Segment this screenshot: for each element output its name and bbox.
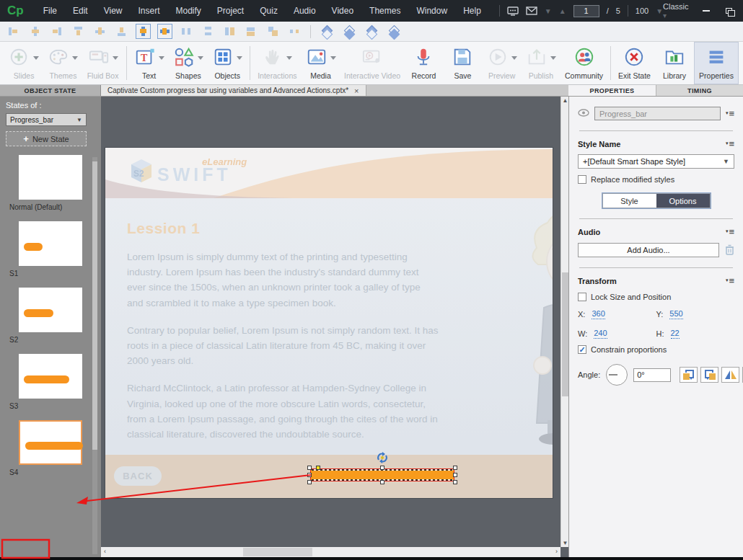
options-tab[interactable]: Options xyxy=(656,194,710,208)
distribute-horizontally-icon[interactable] xyxy=(180,25,193,37)
new-state-button[interactable]: + New State xyxy=(6,131,87,146)
object-select-dropdown[interactable]: Progress_bar ▼ xyxy=(6,113,87,126)
align-same-height-icon[interactable] xyxy=(224,25,236,37)
angle-input[interactable] xyxy=(633,368,671,382)
menu-file[interactable]: File xyxy=(35,6,65,16)
exit-state-button[interactable]: Exit State xyxy=(614,42,655,84)
mail-icon[interactable] xyxy=(526,6,537,15)
resize-handle[interactable] xyxy=(380,480,384,484)
center-horizontally-on-slide-icon[interactable] xyxy=(137,25,149,37)
bring-forward-icon[interactable] xyxy=(320,25,333,38)
state-item-normal-default-[interactable]: Normal (Default) xyxy=(6,155,95,211)
align-left-icon[interactable] xyxy=(7,25,19,37)
shapes-button[interactable]: Shapes xyxy=(169,42,208,84)
scrollbar-thumb[interactable] xyxy=(562,272,568,396)
menu-insert[interactable]: Insert xyxy=(131,6,168,16)
tab-timing[interactable]: TIMING xyxy=(656,85,743,96)
align-right-icon[interactable] xyxy=(50,25,63,37)
distribute-vertically-icon[interactable] xyxy=(202,25,214,37)
send-backward-icon[interactable] xyxy=(343,25,356,38)
send-to-back-icon[interactable] xyxy=(387,25,400,38)
scrollbar-thumb[interactable] xyxy=(243,548,312,556)
rotate-right-button[interactable] xyxy=(700,367,718,383)
maximize-button[interactable] xyxy=(719,4,739,18)
objects-button[interactable]: Objects xyxy=(208,42,247,84)
workspace-switcher[interactable]: Classic ▾ xyxy=(663,2,688,19)
scrollbar-thumb[interactable] xyxy=(92,161,97,450)
resize-handle[interactable] xyxy=(380,466,384,470)
align-middle-icon[interactable] xyxy=(94,25,106,37)
angle-dial[interactable] xyxy=(606,364,628,386)
align-center-horizontal-icon[interactable] xyxy=(29,25,41,37)
lock-size-checkbox[interactable] xyxy=(578,293,586,301)
add-audio-button[interactable]: Add Audio... xyxy=(578,243,719,257)
menu-quiz[interactable]: Quiz xyxy=(252,6,286,16)
resize-handle[interactable] xyxy=(453,480,457,484)
resize-handle[interactable] xyxy=(307,473,312,477)
w-value[interactable]: 240 xyxy=(594,329,607,339)
bring-to-front-icon[interactable] xyxy=(365,25,378,38)
zoom-dropdown-icon[interactable]: ▼ xyxy=(656,7,663,15)
object-state-panel-tab[interactable]: OBJECT STATE xyxy=(0,85,101,96)
zoom-level[interactable]: 100 xyxy=(636,6,649,15)
presenter-icon[interactable] xyxy=(507,6,519,16)
menu-audio[interactable]: Audio xyxy=(286,6,324,16)
library-button[interactable]: Library xyxy=(655,42,694,84)
state-thumbnail[interactable] xyxy=(19,420,82,465)
media-button[interactable]: Media xyxy=(301,42,340,84)
menu-window[interactable]: Window xyxy=(408,6,455,16)
states-scrollbar[interactable] xyxy=(92,157,97,554)
visibility-eye-icon[interactable] xyxy=(578,109,589,118)
state-thumbnail[interactable] xyxy=(19,354,82,399)
constrain-proportions-checkbox[interactable]: ✓ xyxy=(578,345,586,354)
state-thumbnail[interactable] xyxy=(19,288,82,332)
state-item-s2[interactable]: S2 xyxy=(6,288,95,344)
document-tab[interactable]: Captivate Custom progress bar using vari… xyxy=(101,85,366,96)
center-vertically-on-slide-icon[interactable] xyxy=(159,25,171,37)
menu-modify[interactable]: Modify xyxy=(168,6,209,16)
minimize-button[interactable] xyxy=(696,4,716,18)
community-button[interactable]: Community xyxy=(560,42,607,84)
style-name-dropdown[interactable]: +[Default Smart Shape Style] ▼ xyxy=(578,154,734,169)
scroll-right-icon[interactable]: › xyxy=(555,548,558,555)
state-thumbnail[interactable] xyxy=(19,155,82,200)
style-tab[interactable]: Style xyxy=(603,194,656,208)
equalize-spacing-icon[interactable] xyxy=(289,25,301,37)
canvas-vertical-scrollbar[interactable]: ▲ ▼ xyxy=(560,97,568,547)
slide-number-input[interactable] xyxy=(573,5,599,17)
state-item-s4[interactable]: S4 xyxy=(6,420,95,476)
transform-menu-icon[interactable] xyxy=(726,275,734,286)
selected-progress-bar[interactable] xyxy=(310,468,454,481)
menu-video[interactable]: Video xyxy=(324,6,361,16)
scroll-left-icon[interactable]: ‹ xyxy=(104,548,106,555)
state-thumbnail[interactable] xyxy=(19,221,82,266)
replace-styles-checkbox[interactable] xyxy=(578,175,586,184)
align-same-size-icon[interactable] xyxy=(267,25,279,37)
tab-properties[interactable]: PROPERTIES xyxy=(568,85,656,96)
menu-help[interactable]: Help xyxy=(455,6,489,16)
align-bottom-icon[interactable] xyxy=(115,25,128,37)
state-item-s1[interactable]: S1 xyxy=(6,221,95,277)
state-item-s3[interactable]: S3 xyxy=(6,354,95,410)
record-button[interactable]: Record xyxy=(404,42,443,84)
resize-handle[interactable] xyxy=(453,466,457,470)
object-name-input[interactable] xyxy=(594,107,721,120)
resize-handle[interactable] xyxy=(307,466,312,470)
canvas-horizontal-scrollbar[interactable]: ‹ › xyxy=(101,547,560,557)
rotate-handle-icon[interactable] xyxy=(376,451,389,464)
flip-horizontal-button[interactable] xyxy=(721,367,739,383)
text-button[interactable]: TText xyxy=(130,42,169,84)
menu-edit[interactable]: Edit xyxy=(65,6,96,16)
style-menu-icon[interactable] xyxy=(726,138,734,149)
audio-menu-icon[interactable] xyxy=(726,226,734,237)
menu-project[interactable]: Project xyxy=(209,6,252,16)
y-value[interactable]: 550 xyxy=(669,309,682,319)
properties-button[interactable]: Properties xyxy=(694,42,739,84)
resize-handle[interactable] xyxy=(453,473,457,477)
align-same-width-icon[interactable] xyxy=(245,25,258,37)
adjust-handle[interactable] xyxy=(316,466,320,470)
close-document-icon[interactable]: × xyxy=(354,86,359,95)
rotate-left-button[interactable] xyxy=(680,367,698,383)
h-value[interactable]: 22 xyxy=(671,329,680,339)
menu-themes[interactable]: Themes xyxy=(361,6,408,16)
